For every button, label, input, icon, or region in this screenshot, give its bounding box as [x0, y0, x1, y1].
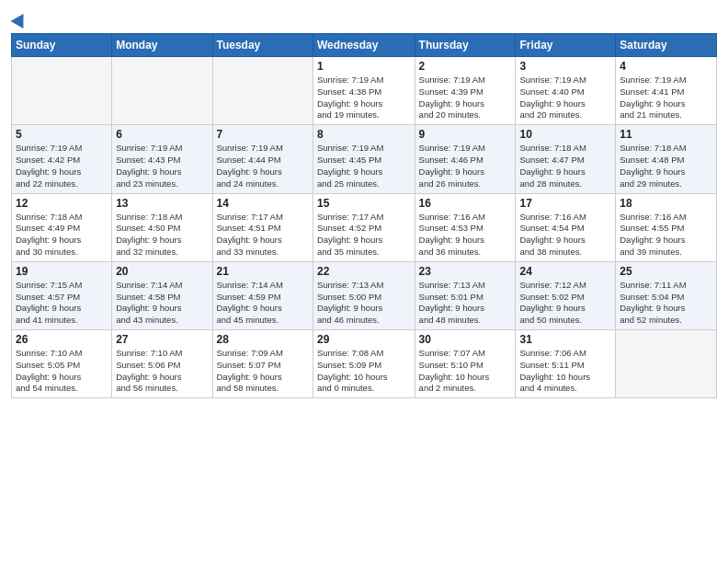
- calendar-day-cell: 20Sunrise: 7:14 AM Sunset: 4:58 PM Dayli…: [112, 261, 212, 329]
- day-info: Sunrise: 7:10 AM Sunset: 5:05 PM Dayligh…: [16, 348, 108, 395]
- day-info: Sunrise: 7:19 AM Sunset: 4:38 PM Dayligh…: [317, 75, 411, 121]
- day-number: 11: [620, 128, 712, 141]
- day-info: Sunrise: 7:13 AM Sunset: 5:01 PM Dayligh…: [419, 280, 512, 327]
- calendar-day-cell: 28Sunrise: 7:09 AM Sunset: 5:07 PM Dayli…: [212, 330, 313, 398]
- calendar-day-cell: 2Sunrise: 7:19 AM Sunset: 4:39 PM Daylig…: [415, 57, 516, 125]
- day-info: Sunrise: 7:07 AM Sunset: 5:10 PM Dayligh…: [419, 348, 512, 395]
- day-number: 20: [116, 265, 208, 278]
- day-info: Sunrise: 7:18 AM Sunset: 4:49 PM Dayligh…: [16, 212, 108, 259]
- calendar-day-cell: 26Sunrise: 7:10 AM Sunset: 5:05 PM Dayli…: [12, 330, 112, 398]
- day-number: 29: [317, 333, 411, 346]
- day-number: 22: [317, 265, 411, 278]
- calendar-day-cell: [12, 57, 112, 125]
- day-number: 8: [317, 128, 411, 141]
- day-number: 24: [519, 265, 611, 278]
- header: [11, 9, 717, 28]
- day-number: 18: [620, 197, 712, 210]
- calendar-week-row: 1Sunrise: 7:19 AM Sunset: 4:38 PM Daylig…: [12, 57, 717, 125]
- day-info: Sunrise: 7:19 AM Sunset: 4:44 PM Dayligh…: [217, 143, 309, 190]
- calendar-week-row: 19Sunrise: 7:15 AM Sunset: 4:57 PM Dayli…: [12, 261, 717, 329]
- day-number: 14: [217, 197, 309, 210]
- calendar-day-cell: [212, 57, 313, 125]
- day-info: Sunrise: 7:10 AM Sunset: 5:06 PM Dayligh…: [116, 348, 208, 395]
- day-info: Sunrise: 7:16 AM Sunset: 4:54 PM Dayligh…: [519, 212, 611, 259]
- calendar-day-cell: 29Sunrise: 7:08 AM Sunset: 5:09 PM Dayli…: [313, 330, 415, 398]
- day-info: Sunrise: 7:09 AM Sunset: 5:07 PM Dayligh…: [217, 348, 309, 395]
- day-number: 2: [419, 60, 512, 73]
- weekday-header-monday: Monday: [112, 34, 212, 57]
- day-number: 16: [419, 197, 512, 210]
- day-info: Sunrise: 7:16 AM Sunset: 4:53 PM Dayligh…: [419, 212, 512, 259]
- day-info: Sunrise: 7:19 AM Sunset: 4:46 PM Dayligh…: [419, 143, 512, 190]
- day-number: 21: [217, 265, 309, 278]
- day-info: Sunrise: 7:11 AM Sunset: 5:04 PM Dayligh…: [620, 280, 712, 327]
- calendar-table: SundayMondayTuesdayWednesdayThursdayFrid…: [11, 33, 717, 398]
- day-info: Sunrise: 7:15 AM Sunset: 4:57 PM Dayligh…: [16, 280, 108, 327]
- calendar-week-row: 5Sunrise: 7:19 AM Sunset: 4:42 PM Daylig…: [12, 125, 717, 193]
- logo-triangle-icon: [11, 10, 30, 29]
- day-info: Sunrise: 7:18 AM Sunset: 4:48 PM Dayligh…: [620, 143, 712, 190]
- day-info: Sunrise: 7:18 AM Sunset: 4:47 PM Dayligh…: [519, 143, 611, 190]
- day-number: 5: [16, 128, 108, 141]
- calendar-day-cell: 3Sunrise: 7:19 AM Sunset: 4:40 PM Daylig…: [516, 57, 616, 125]
- calendar-day-cell: 16Sunrise: 7:16 AM Sunset: 4:53 PM Dayli…: [415, 193, 516, 261]
- calendar-week-row: 12Sunrise: 7:18 AM Sunset: 4:49 PM Dayli…: [12, 193, 717, 261]
- day-info: Sunrise: 7:17 AM Sunset: 4:51 PM Dayligh…: [217, 212, 309, 259]
- day-number: 12: [16, 197, 108, 210]
- day-info: Sunrise: 7:16 AM Sunset: 4:55 PM Dayligh…: [620, 212, 712, 259]
- calendar-day-cell: 1Sunrise: 7:19 AM Sunset: 4:38 PM Daylig…: [313, 57, 415, 125]
- calendar-day-cell: 21Sunrise: 7:14 AM Sunset: 4:59 PM Dayli…: [212, 261, 313, 329]
- calendar-day-cell: 5Sunrise: 7:19 AM Sunset: 4:42 PM Daylig…: [12, 125, 112, 193]
- weekday-header-wednesday: Wednesday: [313, 34, 415, 57]
- weekday-header-sunday: Sunday: [12, 34, 112, 57]
- day-number: 15: [317, 197, 411, 210]
- day-number: 4: [620, 60, 712, 73]
- calendar-day-cell: 10Sunrise: 7:18 AM Sunset: 4:47 PM Dayli…: [516, 125, 616, 193]
- day-number: 25: [620, 265, 712, 278]
- calendar-day-cell: 15Sunrise: 7:17 AM Sunset: 4:52 PM Dayli…: [313, 193, 415, 261]
- calendar-day-cell: 12Sunrise: 7:18 AM Sunset: 4:49 PM Dayli…: [12, 193, 112, 261]
- day-info: Sunrise: 7:06 AM Sunset: 5:11 PM Dayligh…: [519, 348, 611, 395]
- day-info: Sunrise: 7:14 AM Sunset: 4:59 PM Dayligh…: [217, 280, 309, 327]
- day-number: 27: [116, 333, 208, 346]
- calendar-day-cell: 19Sunrise: 7:15 AM Sunset: 4:57 PM Dayli…: [12, 261, 112, 329]
- page: SundayMondayTuesdayWednesdayThursdayFrid…: [0, 0, 728, 563]
- calendar-day-cell: 13Sunrise: 7:18 AM Sunset: 4:50 PM Dayli…: [112, 193, 212, 261]
- day-number: 19: [16, 265, 108, 278]
- calendar-day-cell: 8Sunrise: 7:19 AM Sunset: 4:45 PM Daylig…: [313, 125, 415, 193]
- day-info: Sunrise: 7:13 AM Sunset: 5:00 PM Dayligh…: [317, 280, 411, 327]
- day-number: 23: [419, 265, 512, 278]
- calendar-day-cell: 27Sunrise: 7:10 AM Sunset: 5:06 PM Dayli…: [112, 330, 212, 398]
- day-number: 31: [519, 333, 611, 346]
- calendar-day-cell: 9Sunrise: 7:19 AM Sunset: 4:46 PM Daylig…: [415, 125, 516, 193]
- day-info: Sunrise: 7:19 AM Sunset: 4:41 PM Dayligh…: [620, 75, 712, 121]
- day-info: Sunrise: 7:14 AM Sunset: 4:58 PM Dayligh…: [116, 280, 208, 327]
- day-number: 30: [419, 333, 512, 346]
- weekday-header-saturday: Saturday: [616, 34, 717, 57]
- calendar-day-cell: 17Sunrise: 7:16 AM Sunset: 4:54 PM Dayli…: [516, 193, 616, 261]
- day-info: Sunrise: 7:19 AM Sunset: 4:42 PM Dayligh…: [16, 143, 108, 190]
- day-info: Sunrise: 7:08 AM Sunset: 5:09 PM Dayligh…: [317, 348, 411, 395]
- calendar-day-cell: 25Sunrise: 7:11 AM Sunset: 5:04 PM Dayli…: [616, 261, 717, 329]
- calendar-day-cell: 7Sunrise: 7:19 AM Sunset: 4:44 PM Daylig…: [212, 125, 313, 193]
- day-number: 13: [116, 197, 208, 210]
- day-number: 1: [317, 60, 411, 73]
- weekday-header-row: SundayMondayTuesdayWednesdayThursdayFrid…: [12, 34, 717, 57]
- day-number: 9: [419, 128, 512, 141]
- logo: [11, 13, 28, 28]
- calendar-day-cell: 31Sunrise: 7:06 AM Sunset: 5:11 PM Dayli…: [516, 330, 616, 398]
- day-number: 10: [519, 128, 611, 141]
- calendar-day-cell: 11Sunrise: 7:18 AM Sunset: 4:48 PM Dayli…: [616, 125, 717, 193]
- day-info: Sunrise: 7:12 AM Sunset: 5:02 PM Dayligh…: [519, 280, 611, 327]
- calendar-day-cell: 14Sunrise: 7:17 AM Sunset: 4:51 PM Dayli…: [212, 193, 313, 261]
- day-number: 17: [519, 197, 611, 210]
- day-number: 3: [519, 60, 611, 73]
- day-number: 26: [16, 333, 108, 346]
- day-info: Sunrise: 7:19 AM Sunset: 4:45 PM Dayligh…: [317, 143, 411, 190]
- calendar-day-cell: 30Sunrise: 7:07 AM Sunset: 5:10 PM Dayli…: [415, 330, 516, 398]
- calendar-day-cell: 23Sunrise: 7:13 AM Sunset: 5:01 PM Dayli…: [415, 261, 516, 329]
- weekday-header-tuesday: Tuesday: [212, 34, 313, 57]
- day-info: Sunrise: 7:19 AM Sunset: 4:39 PM Dayligh…: [419, 75, 512, 121]
- calendar-day-cell: 24Sunrise: 7:12 AM Sunset: 5:02 PM Dayli…: [516, 261, 616, 329]
- day-number: 6: [116, 128, 208, 141]
